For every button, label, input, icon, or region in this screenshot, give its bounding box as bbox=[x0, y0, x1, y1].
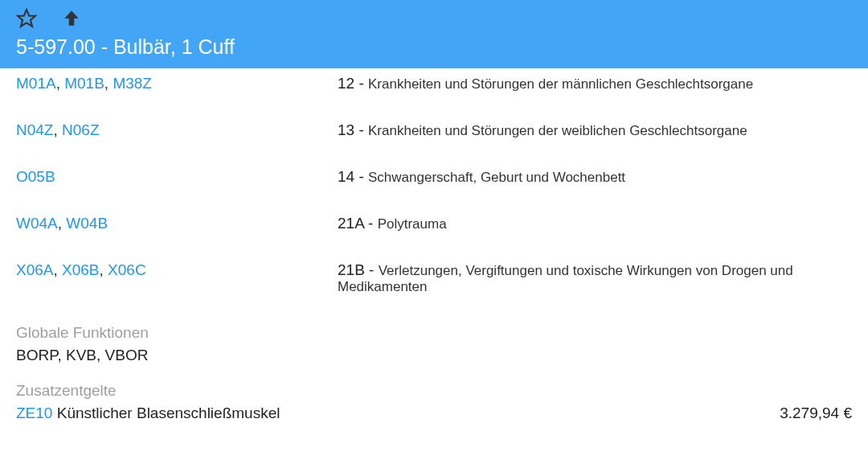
row-desc-text: Verletzungen, Vergiftungen und toxische … bbox=[338, 263, 793, 294]
content-area: M01A, M01B, M38Z12 - Krankheiten und Stö… bbox=[0, 68, 868, 422]
ze-code-link[interactable]: ZE10 bbox=[16, 404, 52, 421]
row-number: 21B bbox=[338, 261, 365, 278]
row-number: 21A bbox=[338, 215, 364, 232]
code-link[interactable]: X06B bbox=[62, 261, 99, 278]
row-separator: - bbox=[354, 75, 368, 92]
arrow-up-icon[interactable] bbox=[61, 8, 82, 29]
row-separator: - bbox=[364, 215, 378, 232]
code-list: N04Z, N06Z bbox=[16, 121, 338, 139]
code-link[interactable]: M01B bbox=[64, 75, 104, 92]
global-functions-text: BORP, KVB, VBOR bbox=[16, 347, 852, 364]
row-description: 13 - Krankheiten und Störungen der weibl… bbox=[338, 121, 747, 139]
row-separator: - bbox=[365, 261, 379, 278]
code-link[interactable]: N04Z bbox=[16, 121, 53, 138]
code-row: X06A, X06B, X06C21B - Verletzungen, Verg… bbox=[16, 247, 852, 310]
header-icon-bar bbox=[16, 8, 852, 29]
code-list: X06A, X06B, X06C bbox=[16, 261, 338, 279]
code-link[interactable]: M38Z bbox=[113, 75, 152, 92]
code-link[interactable]: W04B bbox=[66, 215, 108, 232]
global-functions-label: Globale Funktionen bbox=[16, 324, 852, 342]
code-list: M01A, M01B, M38Z bbox=[16, 75, 338, 92]
row-description: 12 - Krankheiten und Störungen der männl… bbox=[338, 75, 753, 92]
row-separator: - bbox=[354, 168, 368, 185]
code-link[interactable]: O05B bbox=[16, 168, 55, 185]
zusatzentgelt-left: ZE10 Künstlicher Blasenschließmuskel bbox=[16, 404, 280, 422]
code-row: O05B14 - Schwangerschaft, Geburt und Woc… bbox=[16, 154, 852, 200]
row-number: 12 bbox=[338, 75, 354, 92]
row-description: 21A - Polytrauma bbox=[338, 215, 447, 232]
ze-price: 3.279,94 € bbox=[780, 404, 852, 422]
zusatzentgelt-row: ZE10 Künstlicher Blasenschließmuskel 3.2… bbox=[16, 404, 852, 422]
row-number: 14 bbox=[338, 168, 354, 185]
code-link[interactable]: X06C bbox=[108, 261, 146, 278]
row-description: 14 - Schwangerschaft, Geburt und Wochenb… bbox=[338, 168, 625, 186]
page-title: 5-597.00 - Bulbär, 1 Cuff bbox=[16, 35, 852, 59]
app-header: 5-597.00 - Bulbär, 1 Cuff bbox=[0, 0, 868, 68]
code-separator: , bbox=[56, 75, 65, 92]
code-separator: , bbox=[53, 121, 62, 138]
code-separator: , bbox=[100, 261, 108, 278]
code-row: N04Z, N06Z13 - Krankheiten und Störungen… bbox=[16, 107, 852, 154]
row-desc-text: Schwangerschaft, Geburt und Wochenbett bbox=[368, 170, 625, 185]
code-separator: , bbox=[53, 261, 62, 278]
code-link[interactable]: W04A bbox=[16, 215, 58, 232]
ze-desc: Künstlicher Blasenschließmuskel bbox=[57, 404, 280, 421]
row-desc-text: Krankheiten und Störungen der männlichen… bbox=[368, 76, 753, 92]
zusatzentgelte-label: Zusatzentgelte bbox=[16, 382, 852, 400]
code-link[interactable]: M01A bbox=[16, 75, 56, 92]
row-number: 13 bbox=[338, 121, 354, 138]
code-separator: , bbox=[104, 75, 113, 92]
code-row: M01A, M01B, M38Z12 - Krankheiten und Stö… bbox=[16, 68, 852, 107]
code-link[interactable]: N06Z bbox=[62, 121, 99, 138]
star-icon[interactable] bbox=[16, 8, 37, 29]
code-list: W04A, W04B bbox=[16, 215, 338, 232]
code-separator: , bbox=[58, 215, 67, 232]
row-desc-text: Krankheiten und Störungen der weiblichen… bbox=[368, 123, 747, 138]
svg-marker-0 bbox=[18, 10, 35, 27]
code-row: W04A, W04B21A - Polytrauma bbox=[16, 200, 852, 247]
code-link[interactable]: X06A bbox=[16, 261, 53, 278]
row-desc-text: Polytrauma bbox=[378, 216, 447, 232]
row-separator: - bbox=[354, 121, 368, 138]
row-description: 21B - Verletzungen, Vergiftungen und tox… bbox=[338, 261, 852, 295]
code-list: O05B bbox=[16, 168, 338, 186]
